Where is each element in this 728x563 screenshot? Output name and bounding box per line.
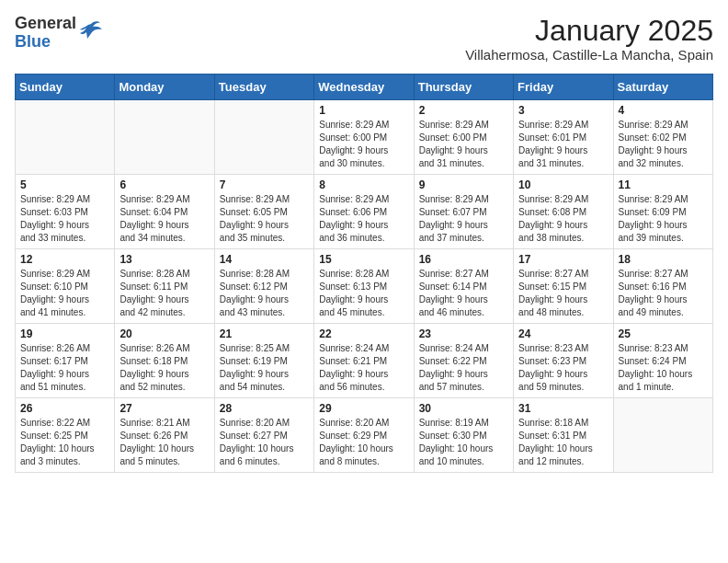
day-number: 29 <box>319 402 408 415</box>
day-number: 15 <box>319 253 408 266</box>
day-number: 16 <box>419 253 508 266</box>
day-info: Sunrise: 8:24 AM Sunset: 6:22 PM Dayligh… <box>419 342 508 394</box>
day-number: 4 <box>619 104 708 117</box>
day-info: Sunrise: 8:23 AM Sunset: 6:24 PM Dayligh… <box>619 342 708 394</box>
day-number: 9 <box>419 178 508 191</box>
calendar-day-9: 9Sunrise: 8:29 AM Sunset: 6:07 PM Daylig… <box>414 175 513 249</box>
col-header-tuesday: Tuesday <box>214 75 313 100</box>
day-number: 19 <box>20 327 109 340</box>
day-number: 5 <box>20 178 109 191</box>
day-number: 6 <box>119 178 209 191</box>
calendar-day-26: 26Sunrise: 8:22 AM Sunset: 6:25 PM Dayli… <box>16 398 115 473</box>
day-number: 14 <box>220 253 309 266</box>
calendar-day-5: 5Sunrise: 8:29 AM Sunset: 6:03 PM Daylig… <box>16 175 115 249</box>
day-info: Sunrise: 8:29 AM Sunset: 6:03 PM Dayligh… <box>20 193 109 245</box>
calendar-day-18: 18Sunrise: 8:27 AM Sunset: 6:16 PM Dayli… <box>613 249 712 324</box>
day-number: 22 <box>319 327 408 340</box>
calendar-table: SundayMondayTuesdayWednesdayThursdayFrid… <box>15 74 713 473</box>
day-info: Sunrise: 8:27 AM Sunset: 6:16 PM Dayligh… <box>619 268 708 319</box>
calendar-day-12: 12Sunrise: 8:29 AM Sunset: 6:10 PM Dayli… <box>16 249 115 324</box>
day-number: 30 <box>419 402 508 415</box>
day-info: Sunrise: 8:27 AM Sunset: 6:15 PM Dayligh… <box>518 268 608 319</box>
col-header-sunday: Sunday <box>16 75 115 100</box>
calendar-day-7: 7Sunrise: 8:29 AM Sunset: 6:05 PM Daylig… <box>214 175 313 249</box>
day-info: Sunrise: 8:26 AM Sunset: 6:18 PM Dayligh… <box>119 342 209 394</box>
day-info: Sunrise: 8:29 AM Sunset: 6:10 PM Dayligh… <box>20 268 109 319</box>
calendar-week-5: 26Sunrise: 8:22 AM Sunset: 6:25 PM Dayli… <box>16 398 713 473</box>
calendar-day-2: 2Sunrise: 8:29 AM Sunset: 6:00 PM Daylig… <box>414 100 513 175</box>
month-title: January 2025 <box>465 15 713 47</box>
calendar-week-3: 12Sunrise: 8:29 AM Sunset: 6:10 PM Dayli… <box>16 249 713 324</box>
day-number: 25 <box>619 327 708 340</box>
calendar-day-20: 20Sunrise: 8:26 AM Sunset: 6:18 PM Dayli… <box>115 324 214 398</box>
day-info: Sunrise: 8:29 AM Sunset: 6:07 PM Dayligh… <box>419 193 508 245</box>
day-info: Sunrise: 8:21 AM Sunset: 6:26 PM Dayligh… <box>119 417 209 468</box>
calendar-header-row: SundayMondayTuesdayWednesdayThursdayFrid… <box>16 75 713 100</box>
calendar-day-31: 31Sunrise: 8:18 AM Sunset: 6:31 PM Dayli… <box>514 398 613 473</box>
day-info: Sunrise: 8:29 AM Sunset: 6:06 PM Dayligh… <box>319 193 408 245</box>
day-number: 26 <box>20 402 109 415</box>
day-info: Sunrise: 8:26 AM Sunset: 6:17 PM Dayligh… <box>20 342 109 394</box>
col-header-wednesday: Wednesday <box>314 75 414 100</box>
day-info: Sunrise: 8:25 AM Sunset: 6:19 PM Dayligh… <box>220 342 309 394</box>
calendar-day-27: 27Sunrise: 8:21 AM Sunset: 6:26 PM Dayli… <box>115 398 214 473</box>
calendar-day-23: 23Sunrise: 8:24 AM Sunset: 6:22 PM Dayli… <box>414 324 513 398</box>
day-info: Sunrise: 8:29 AM Sunset: 6:09 PM Dayligh… <box>619 193 708 245</box>
day-info: Sunrise: 8:29 AM Sunset: 6:01 PM Dayligh… <box>518 119 608 170</box>
day-info: Sunrise: 8:24 AM Sunset: 6:21 PM Dayligh… <box>319 342 408 394</box>
empty-cell <box>115 100 214 175</box>
day-number: 11 <box>619 178 708 191</box>
calendar-day-22: 22Sunrise: 8:24 AM Sunset: 6:21 PM Dayli… <box>314 324 414 398</box>
empty-cell <box>16 100 115 175</box>
calendar-day-17: 17Sunrise: 8:27 AM Sunset: 6:15 PM Dayli… <box>514 249 613 324</box>
calendar-day-3: 3Sunrise: 8:29 AM Sunset: 6:01 PM Daylig… <box>514 100 613 175</box>
empty-cell <box>613 398 712 473</box>
title-area: January 2025 Villahermosa, Castille-La M… <box>465 15 713 63</box>
calendar-week-2: 5Sunrise: 8:29 AM Sunset: 6:03 PM Daylig… <box>16 175 713 249</box>
day-info: Sunrise: 8:18 AM Sunset: 6:31 PM Dayligh… <box>518 417 608 468</box>
calendar-day-25: 25Sunrise: 8:23 AM Sunset: 6:24 PM Dayli… <box>613 324 712 398</box>
day-number: 20 <box>119 327 209 340</box>
calendar-day-8: 8Sunrise: 8:29 AM Sunset: 6:06 PM Daylig… <box>314 175 414 249</box>
calendar-day-6: 6Sunrise: 8:29 AM Sunset: 6:04 PM Daylig… <box>115 175 214 249</box>
empty-cell <box>214 100 313 175</box>
day-number: 31 <box>518 402 608 415</box>
calendar-day-21: 21Sunrise: 8:25 AM Sunset: 6:19 PM Dayli… <box>214 324 313 398</box>
day-info: Sunrise: 8:29 AM Sunset: 6:00 PM Dayligh… <box>419 119 508 170</box>
calendar-day-30: 30Sunrise: 8:19 AM Sunset: 6:30 PM Dayli… <box>414 398 513 473</box>
col-header-saturday: Saturday <box>613 75 712 100</box>
logo-blue: Blue <box>15 33 76 52</box>
logo: General Blue <box>15 15 104 52</box>
day-info: Sunrise: 8:29 AM Sunset: 6:00 PM Dayligh… <box>319 119 408 170</box>
day-number: 21 <box>220 327 309 340</box>
day-number: 2 <box>419 104 508 117</box>
day-number: 8 <box>319 178 408 191</box>
day-number: 28 <box>220 402 309 415</box>
day-number: 27 <box>119 402 209 415</box>
day-info: Sunrise: 8:22 AM Sunset: 6:25 PM Dayligh… <box>20 417 109 468</box>
location-subtitle: Villahermosa, Castille-La Mancha, Spain <box>465 47 713 63</box>
day-info: Sunrise: 8:29 AM Sunset: 6:02 PM Dayligh… <box>619 119 708 170</box>
day-number: 23 <box>419 327 508 340</box>
calendar-day-1: 1Sunrise: 8:29 AM Sunset: 6:00 PM Daylig… <box>314 100 414 175</box>
page-header: General Blue January 2025 Villahermosa, … <box>15 15 713 63</box>
day-number: 1 <box>319 104 408 117</box>
day-info: Sunrise: 8:20 AM Sunset: 6:29 PM Dayligh… <box>319 417 408 468</box>
day-info: Sunrise: 8:28 AM Sunset: 6:11 PM Dayligh… <box>119 268 209 319</box>
calendar-day-13: 13Sunrise: 8:28 AM Sunset: 6:11 PM Dayli… <box>115 249 214 324</box>
day-info: Sunrise: 8:20 AM Sunset: 6:27 PM Dayligh… <box>220 417 309 468</box>
day-info: Sunrise: 8:29 AM Sunset: 6:05 PM Dayligh… <box>220 193 309 245</box>
calendar-day-11: 11Sunrise: 8:29 AM Sunset: 6:09 PM Dayli… <box>613 175 712 249</box>
logo-general: General <box>15 15 76 33</box>
day-info: Sunrise: 8:29 AM Sunset: 6:08 PM Dayligh… <box>518 193 608 245</box>
day-number: 13 <box>119 253 209 266</box>
calendar-week-1: 1Sunrise: 8:29 AM Sunset: 6:00 PM Daylig… <box>16 100 713 175</box>
calendar-day-29: 29Sunrise: 8:20 AM Sunset: 6:29 PM Dayli… <box>314 398 414 473</box>
col-header-friday: Friday <box>514 75 613 100</box>
day-info: Sunrise: 8:27 AM Sunset: 6:14 PM Dayligh… <box>419 268 508 319</box>
calendar-day-16: 16Sunrise: 8:27 AM Sunset: 6:14 PM Dayli… <box>414 249 513 324</box>
logo-bird-icon <box>78 18 104 44</box>
day-number: 24 <box>518 327 608 340</box>
day-number: 10 <box>518 178 608 191</box>
calendar-day-15: 15Sunrise: 8:28 AM Sunset: 6:13 PM Dayli… <box>314 249 414 324</box>
